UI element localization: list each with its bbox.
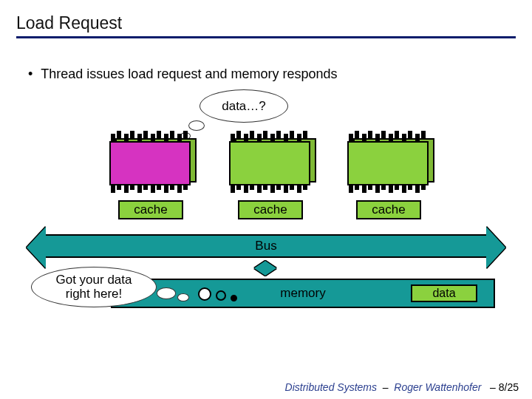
thought-cloud-reply: Got your data right here!: [31, 267, 157, 307]
data-box: data: [411, 284, 477, 302]
bus-label: Bus: [255, 239, 276, 253]
page-title: Load Request: [16, 13, 516, 33]
cloud-bubble-icon: [157, 287, 176, 299]
footer-author: Roger Wattenhofer: [394, 381, 481, 393]
cache-box: cache: [238, 200, 303, 219]
cloud-bubble-icon: [177, 293, 189, 301]
footer-course: Distributed Systems: [285, 381, 377, 393]
dot-icon: [231, 295, 237, 301]
diagram: data…? cache cache cache Bus memory data…: [0, 89, 532, 341]
reply-line1: Got your data: [55, 273, 132, 287]
cache-box: cache: [118, 200, 183, 219]
arrow-right-icon: [486, 227, 505, 268]
processor-chip-idle: [229, 141, 310, 185]
bus-memory-arrow-icon: [254, 261, 276, 276]
title-rule: [16, 36, 516, 38]
thought-cloud-question: data…?: [200, 89, 288, 123]
bullet-text: Thread issues load request and memory re…: [0, 43, 532, 82]
bus-bar: Bus: [44, 234, 488, 258]
processor-chip-active: [109, 141, 191, 185]
footer-page: 8/25: [499, 381, 519, 393]
processor-chip-idle: [347, 141, 429, 185]
reply-line2: right here!: [66, 287, 123, 301]
dot-icon: [198, 287, 211, 301]
cache-box: cache: [356, 200, 421, 219]
dot-icon: [216, 290, 226, 301]
memory-label: memory: [280, 286, 325, 301]
arrow-left-icon: [27, 227, 46, 268]
footer: Distributed Systems – Roger Wattenhofer …: [285, 381, 519, 393]
cloud-bubble-icon: [188, 120, 205, 131]
